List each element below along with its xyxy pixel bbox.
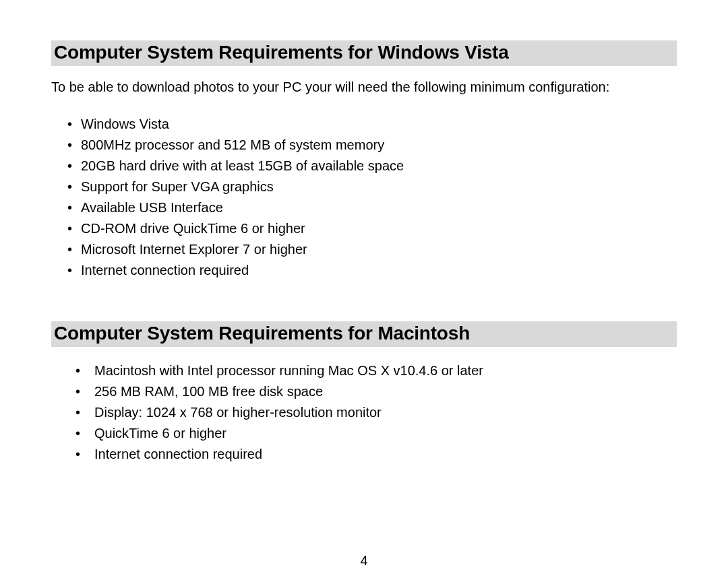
page-number: 4 bbox=[0, 553, 728, 569]
windows-requirements-section: Computer System Requirements for Windows… bbox=[51, 40, 677, 281]
list-item: Internet connection required bbox=[67, 260, 677, 281]
list-item: Support for Super VGA graphics bbox=[67, 176, 677, 197]
list-item: Macintosh with Intel processor running M… bbox=[75, 360, 677, 381]
windows-intro-text: To be able to download photos to your PC… bbox=[51, 79, 677, 95]
section-heading-macintosh: Computer System Requirements for Macinto… bbox=[51, 321, 677, 347]
list-item: 800MHz processor and 512 MB of system me… bbox=[67, 135, 677, 156]
list-item: 20GB hard drive with at least 15GB of av… bbox=[67, 156, 677, 176]
list-item: 256 MB RAM, 100 MB free disk space bbox=[75, 381, 677, 402]
list-item: Windows Vista bbox=[67, 114, 677, 135]
list-item: Display: 1024 x 768 or higher-resolution… bbox=[75, 402, 677, 423]
list-item: CD-ROM drive QuickTime 6 or higher bbox=[67, 218, 677, 239]
list-item: Internet connection required bbox=[75, 444, 677, 465]
windows-requirements-list: Windows Vista 800MHz processor and 512 M… bbox=[51, 114, 677, 281]
list-item: Available USB Interface bbox=[67, 197, 677, 218]
list-item: Microsoft Internet Explorer 7 or higher bbox=[67, 239, 677, 260]
macintosh-requirements-list: Macintosh with Intel processor running M… bbox=[51, 360, 677, 465]
macintosh-requirements-section: Computer System Requirements for Macinto… bbox=[51, 321, 677, 465]
list-item: QuickTime 6 or higher bbox=[75, 423, 677, 444]
section-heading-windows: Computer System Requirements for Windows… bbox=[51, 40, 677, 66]
